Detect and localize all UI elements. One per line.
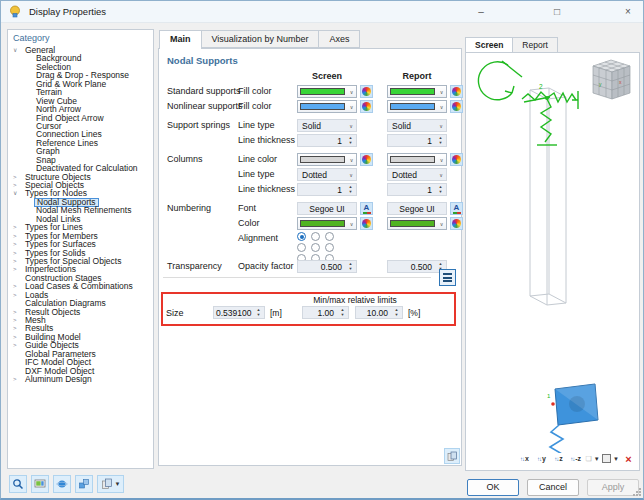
chevron-right-icon[interactable]: >	[13, 223, 17, 232]
tree-item[interactable]: Nodal Mesh Refinements	[8, 206, 153, 214]
line-thickness-spinner[interactable]: 1▲▼	[297, 134, 357, 147]
view-cube[interactable]: y x	[593, 60, 630, 99]
tab-visualization-by-number[interactable]: Visualization by Number	[202, 30, 320, 48]
alignment-radio[interactable]	[311, 243, 320, 252]
resize-grip[interactable]	[633, 488, 641, 496]
color-dropdown[interactable]: ∨	[297, 85, 357, 98]
cancel-zoom-button[interactable]: ×	[621, 451, 636, 466]
tree-item[interactable]: Reference Lines	[8, 139, 153, 147]
color-dropdown[interactable]: ∨	[387, 100, 447, 113]
chevron-down-icon[interactable]: ∨	[13, 189, 17, 198]
line-thickness-spinner[interactable]: 1▲▼	[387, 183, 447, 196]
spinner-arrows-icon[interactable]: ▲▼	[254, 307, 263, 318]
chevron-right-icon[interactable]: >	[13, 375, 17, 384]
color-dropdown[interactable]: ∨	[387, 217, 447, 230]
minimize-button[interactable]: –	[464, 1, 498, 22]
line-type-select[interactable]: Dotted∨	[387, 168, 447, 181]
cancel-button[interactable]: Cancel	[527, 479, 579, 496]
palette-button[interactable]	[360, 217, 373, 230]
palette-button[interactable]	[450, 100, 463, 113]
ok-button[interactable]: OK	[467, 479, 519, 496]
chevron-right-icon[interactable]: >	[13, 173, 17, 182]
color-dropdown[interactable]: ∨	[297, 217, 357, 230]
model-view-button[interactable]	[75, 475, 93, 493]
chevron-right-icon[interactable]: >	[13, 240, 17, 249]
view-along-x-button[interactable]: ↑↓x	[517, 451, 532, 466]
spinner-arrows-icon[interactable]: ▲▼	[338, 307, 347, 318]
tab-axes[interactable]: Axes	[319, 30, 360, 48]
apply-button[interactable]: Apply	[587, 479, 639, 496]
chevron-right-icon[interactable]: >	[13, 316, 17, 325]
tree-item[interactable]: Background	[8, 54, 153, 62]
chevron-right-icon[interactable]: >	[13, 249, 17, 258]
color-dropdown[interactable]: ∨	[297, 100, 357, 113]
chevron-right-icon[interactable]: >	[13, 282, 17, 291]
chevron-right-icon[interactable]: >	[13, 341, 17, 350]
spinner-arrows-icon[interactable]: ▲▼	[436, 184, 445, 195]
rendering-button[interactable]	[53, 475, 71, 493]
font-picker-button[interactable]: A	[450, 202, 463, 215]
tree-item[interactable]: >Aluminum Design	[8, 375, 153, 383]
palette-button[interactable]	[450, 85, 463, 98]
close-button[interactable]: ×	[611, 1, 644, 22]
min-limit-spinner[interactable]: 1.00▲▼	[302, 306, 349, 319]
chevron-right-icon[interactable]: >	[13, 324, 17, 333]
palette-button[interactable]	[450, 217, 463, 230]
tree-item[interactable]: Find Object Arrow	[8, 114, 153, 122]
view-along-y-button[interactable]: ↑↓y	[534, 451, 549, 466]
line-type-select[interactable]: Solid∨	[297, 119, 357, 132]
spinner-arrows-icon[interactable]: ▲▼	[346, 184, 355, 195]
spinner-arrows-icon[interactable]: ▲▼	[392, 307, 401, 318]
max-limit-spinner[interactable]: 10.00▲▼	[355, 306, 403, 319]
chevron-right-icon[interactable]: >	[13, 333, 17, 342]
font-name-button[interactable]: Segoe UI	[387, 202, 447, 215]
spinner-arrows-icon[interactable]: ▲▼	[346, 261, 355, 272]
preview-tab-screen[interactable]: Screen	[465, 37, 513, 53]
opacity-spinner[interactable]: 0.500▲▼	[387, 260, 447, 273]
alignment-radio[interactable]	[297, 243, 306, 252]
spinner-arrows-icon[interactable]: ▲▼	[436, 135, 445, 146]
isometric-view-split-button[interactable]: ▼	[602, 451, 619, 466]
tree-item[interactable]: Terrain	[8, 88, 153, 96]
maximize-button[interactable]: □	[540, 1, 574, 22]
color-dropdown[interactable]: ∨	[387, 153, 447, 166]
chevron-right-icon[interactable]: >	[13, 265, 17, 274]
alignment-radio[interactable]	[325, 243, 334, 252]
copy-settings-button[interactable]	[444, 448, 460, 464]
find-category-button[interactable]	[9, 475, 27, 493]
palette-button[interactable]	[360, 100, 373, 113]
line-thickness-spinner[interactable]: 1▲▼	[387, 134, 447, 147]
size-spinner[interactable]: 0.539100▲▼	[213, 306, 265, 319]
chevron-right-icon[interactable]: >	[13, 291, 17, 300]
display-settings-button[interactable]	[31, 475, 49, 493]
tree-item[interactable]: Grid & Work Plane	[8, 80, 153, 88]
chevron-right-icon[interactable]: >	[13, 308, 17, 317]
line-type-select[interactable]: Solid∨	[387, 119, 447, 132]
font-name-button[interactable]: Segoe UI	[297, 202, 357, 215]
line-thickness-spinner[interactable]: 1▲▼	[297, 183, 357, 196]
title-bar[interactable]: Display Properties – □ ×	[1, 1, 643, 23]
color-dropdown[interactable]: ∨	[387, 85, 447, 98]
preview-tab-report[interactable]: Report	[513, 37, 558, 53]
chevron-right-icon[interactable]: >	[13, 257, 17, 266]
palette-button[interactable]	[360, 85, 373, 98]
color-dropdown[interactable]: ∨	[297, 153, 357, 166]
font-picker-button[interactable]: A	[360, 202, 373, 215]
equalize-settings-button[interactable]	[439, 269, 456, 286]
alignment-radio[interactable]	[297, 232, 306, 241]
alignment-radio[interactable]	[311, 232, 320, 241]
spinner-arrows-icon[interactable]: ▲▼	[346, 135, 355, 146]
palette-button[interactable]	[450, 153, 463, 166]
chevron-down-icon[interactable]: ∨	[13, 46, 17, 55]
tree-item[interactable]: Graph	[8, 147, 153, 155]
alignment-radio[interactable]	[325, 232, 334, 241]
view-along-minus-z-button[interactable]: ↑↓-z	[568, 451, 583, 466]
copy-settings-split-button[interactable]: ▼	[97, 475, 124, 493]
opacity-spinner[interactable]: 0.500▲▼	[297, 260, 357, 273]
line-type-select[interactable]: Dotted∨	[297, 168, 357, 181]
chevron-right-icon[interactable]: >	[13, 181, 17, 190]
view-along-z-button[interactable]: ↑↓z	[551, 451, 566, 466]
chevron-right-icon[interactable]: >	[13, 232, 17, 241]
palette-button[interactable]	[360, 153, 373, 166]
tab-main[interactable]: Main	[159, 30, 202, 49]
